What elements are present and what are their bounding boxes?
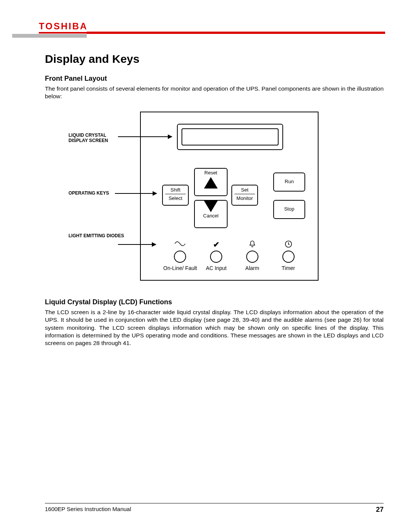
sine-icon bbox=[162, 240, 198, 249]
shift-key-label-bot: Select bbox=[163, 195, 188, 201]
shift-key-label-top: Shift bbox=[163, 187, 188, 193]
clock-icon bbox=[270, 240, 306, 249]
led-timer: Timer bbox=[270, 240, 306, 271]
section-paragraph-lcd-functions: The LCD screen is a 2-line by 16-charact… bbox=[45, 308, 384, 347]
footer-doc-title: 1600EP Series Instruction Manual bbox=[45, 506, 131, 512]
section-heading-front-panel: Front Panel Layout bbox=[45, 75, 384, 83]
reset-key-label: Reset bbox=[195, 170, 227, 176]
decor-red-bar-lead bbox=[39, 32, 87, 34]
brand-logo: TOSHIBA bbox=[39, 21, 88, 32]
run-key-label: Run bbox=[285, 179, 294, 184]
led-label: Alarm bbox=[234, 265, 271, 271]
lcd-screen-inner bbox=[182, 128, 279, 145]
led-circle bbox=[174, 251, 186, 263]
callout-lcd: LIQUID CRYSTAL DISPLAY SCREEN bbox=[68, 133, 118, 144]
set-key-label-bot: Monitor bbox=[232, 195, 257, 201]
led-circle bbox=[282, 251, 295, 263]
footer-page-number: 27 bbox=[376, 506, 384, 514]
led-row: On-Line/ Fault ✔ AC Input Alarm bbox=[162, 240, 306, 271]
arrow-down-icon bbox=[204, 201, 218, 212]
stop-key[interactable]: Stop bbox=[273, 200, 305, 219]
page-content: Display and Keys Front Panel Layout The … bbox=[45, 53, 384, 351]
lcd-screen bbox=[177, 124, 283, 150]
reset-key[interactable]: Reset bbox=[194, 168, 228, 196]
bell-icon bbox=[234, 240, 271, 249]
led-circle bbox=[210, 251, 222, 263]
decor-red-bar bbox=[87, 32, 385, 34]
set-key-label-top: Set bbox=[232, 187, 257, 193]
callout-leds: LIGHT EMITTING DIODES bbox=[68, 233, 126, 239]
stop-key-label: Stop bbox=[284, 206, 295, 212]
decor-gray-bar bbox=[12, 34, 87, 38]
check-icon: ✔ bbox=[198, 240, 234, 249]
led-circle bbox=[246, 251, 258, 263]
led-online-fault: On-Line/ Fault bbox=[162, 240, 198, 271]
set-monitor-key[interactable]: Set Monitor bbox=[231, 185, 258, 206]
run-key[interactable]: Run bbox=[273, 173, 305, 192]
front-panel-diagram: LIQUID CRYSTAL DISPLAY SCREEN OPERATING … bbox=[45, 112, 384, 283]
page-footer: 1600EP Series Instruction Manual 27 bbox=[45, 503, 384, 514]
page-title: Display and Keys bbox=[45, 53, 384, 66]
led-label: AC Input bbox=[198, 265, 234, 271]
cancel-key-label: Cancel bbox=[195, 213, 227, 219]
cancel-key[interactable]: Cancel bbox=[194, 200, 228, 228]
led-label: On-Line/ Fault bbox=[162, 265, 198, 271]
led-ac-input: ✔ AC Input bbox=[198, 240, 234, 271]
arrow-up-icon bbox=[204, 177, 218, 189]
section-paragraph-front-panel: The front panel consists of several elem… bbox=[45, 85, 384, 100]
panel-outline: Reset Cancel Shift Select Set Monitor bbox=[140, 112, 319, 281]
shift-select-key[interactable]: Shift Select bbox=[162, 185, 189, 206]
led-alarm: Alarm bbox=[234, 240, 271, 271]
led-label: Timer bbox=[270, 265, 306, 271]
section-heading-lcd-functions: Liquid Crystal Display (LCD) Functions bbox=[45, 298, 384, 306]
